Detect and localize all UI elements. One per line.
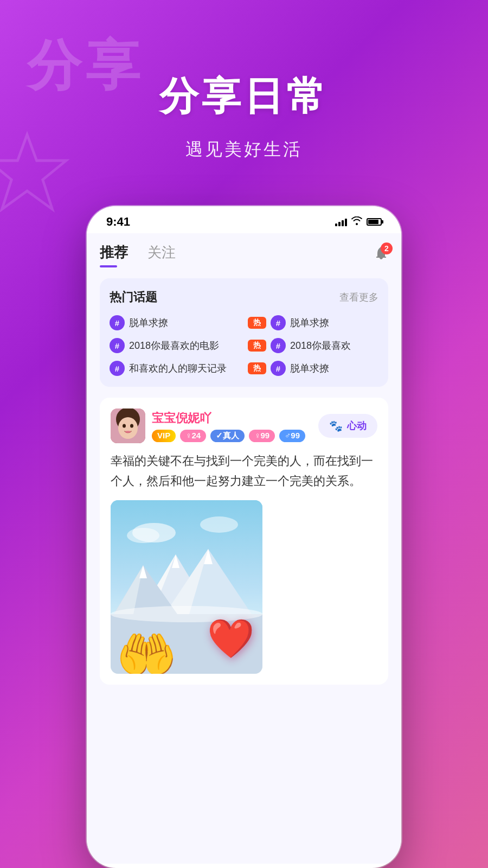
topic-text-3: 2018你最喜欢的电影 <box>129 339 219 352</box>
bell-button[interactable]: 2 <box>374 246 388 265</box>
heart-icon: 🐾 <box>329 419 343 432</box>
hot-badge-4: 热 <box>248 340 266 352</box>
status-icons <box>335 216 382 227</box>
badge-female-age: ♀24 <box>180 430 206 442</box>
topic-item-3[interactable]: # 2018你最喜欢的电影 <box>110 338 240 353</box>
svg-point-5 <box>130 424 133 428</box>
post-text: 幸福的关键不在与找到一个完美的人，而在找到一个人，然后和他一起努力建立一个完美的… <box>111 451 377 492</box>
tab-following[interactable]: 关注 <box>147 243 176 267</box>
post-card: 宝宝倪妮吖 VIP ♀24 ✓真人 ♀99 ♂99 🐾 心动 <box>100 398 388 685</box>
wifi-icon <box>351 216 362 227</box>
hot-topics-title: 热门话题 <box>110 289 157 305</box>
status-time: 9:41 <box>106 215 130 229</box>
badge-male99: ♂99 <box>279 430 305 442</box>
hot-topics-card: 热门话题 查看更多 # 脱单求撩 热 # 脱单求撩 <box>100 278 388 387</box>
nav-tabs: 推荐 关注 2 <box>100 233 388 267</box>
svg-point-9 <box>127 528 159 543</box>
see-more-button[interactable]: 查看更多 <box>339 291 378 304</box>
hashtag-icon-4: # <box>271 338 286 353</box>
hero-section: 分享日常 遇见美好生活 <box>0 0 488 162</box>
bell-badge: 2 <box>381 242 393 254</box>
post-badges: VIP ♀24 ✓真人 ♀99 ♂99 <box>152 430 312 442</box>
phone-frame: 9:41 推荐 <box>87 206 401 868</box>
hand-decoration: 🤲 <box>116 630 177 674</box>
badge-female99: ♀99 <box>249 430 275 442</box>
svg-point-10 <box>200 516 238 533</box>
app-content: 推荐 关注 2 热门话题 查看更多 <box>87 233 401 864</box>
badge-vip: VIP <box>152 430 176 442</box>
heart-decoration: ❤️ <box>207 620 254 658</box>
hashtag-icon-6: # <box>271 361 286 376</box>
post-username: 宝宝倪妮吖 <box>152 410 312 426</box>
avatar-face <box>111 409 145 443</box>
hot-topics-header: 热门话题 查看更多 <box>110 289 378 305</box>
topic-text-6: 脱单求撩 <box>290 362 329 375</box>
badge-real: ✓真人 <box>210 430 245 442</box>
hero-title: 分享日常 <box>0 71 488 123</box>
svg-point-3 <box>118 417 138 439</box>
topic-text-2: 脱单求撩 <box>290 316 329 329</box>
topic-item-4[interactable]: 热 # 2018你最喜欢 <box>248 338 378 353</box>
tab-recommended[interactable]: 推荐 <box>100 243 128 267</box>
hot-badge-2: 热 <box>248 317 266 329</box>
topic-text-4: 2018你最喜欢 <box>290 339 351 352</box>
battery-icon <box>367 218 382 226</box>
hot-badge-6: 热 <box>248 362 266 374</box>
heart-btn-label: 心动 <box>347 419 367 432</box>
avatar <box>111 409 145 443</box>
hashtag-icon-2: # <box>271 315 286 330</box>
topic-text-1: 脱单求撩 <box>129 316 168 329</box>
topic-item-2[interactable]: 热 # 脱单求撩 <box>248 315 378 330</box>
topic-item-1[interactable]: # 脱单求撩 <box>110 315 240 330</box>
topic-item-6[interactable]: 热 # 脱单求撩 <box>248 361 378 376</box>
status-bar: 9:41 <box>87 206 401 233</box>
hashtag-icon-3: # <box>110 338 125 353</box>
phone-mockup: 9:41 推荐 <box>87 206 401 868</box>
hashtag-icon-5: # <box>110 361 125 376</box>
post-user-info: 宝宝倪妮吖 VIP ♀24 ✓真人 ♀99 ♂99 <box>152 410 312 442</box>
heart-button[interactable]: 🐾 心动 <box>318 414 377 438</box>
hero-subtitle: 遇见美好生活 <box>0 138 488 162</box>
svg-point-6 <box>125 431 131 433</box>
topic-text-5: 和喜欢的人的聊天记录 <box>129 362 227 375</box>
topics-grid: # 脱单求撩 热 # 脱单求撩 # 2018你最喜欢的电影 热 <box>110 315 378 376</box>
svg-point-4 <box>123 424 126 428</box>
topic-item-5[interactable]: # 和喜欢的人的聊天记录 <box>110 361 240 376</box>
hashtag-icon-1: # <box>110 315 125 330</box>
post-image: ❤️ 🤲 <box>111 500 262 674</box>
signal-icon <box>335 218 347 226</box>
post-header: 宝宝倪妮吖 VIP ♀24 ✓真人 ♀99 ♂99 🐾 心动 <box>111 409 377 443</box>
